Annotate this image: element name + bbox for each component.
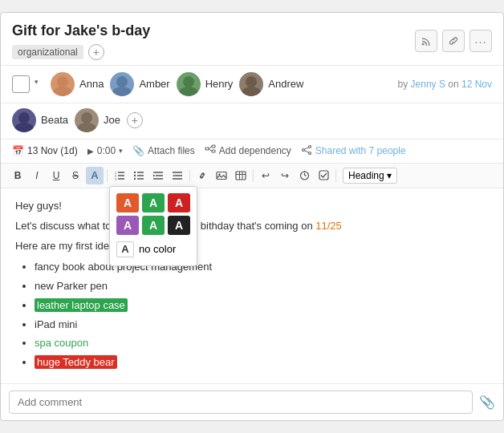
svg-text:3: 3 xyxy=(115,176,117,180)
table-icon xyxy=(235,171,246,180)
shared-button[interactable]: Shared with 7 people xyxy=(301,144,406,158)
add-tag-button[interactable]: + xyxy=(88,44,104,60)
color-grid: A A A A A A xyxy=(116,193,190,235)
redo-button[interactable]: ↪ xyxy=(276,167,294,184)
content-line2: Let's discuss what to get for for his ne… xyxy=(15,218,489,235)
svg-point-29 xyxy=(134,175,136,176)
link-format-icon xyxy=(197,171,208,180)
main-window: Gift for Jake's b-day organizational + xyxy=(0,12,504,421)
link-button[interactable] xyxy=(193,167,211,184)
bold-button[interactable]: B xyxy=(9,167,26,184)
date-picker[interactable]: 📅 13 Nov (1d) xyxy=(12,145,78,156)
avatar-group-amber: Amber xyxy=(110,72,169,96)
image-button[interactable] xyxy=(213,167,230,184)
attach-files-button[interactable]: 📎 Attach files xyxy=(132,145,195,156)
heading-chevron: ▾ xyxy=(387,170,392,181)
svg-point-9 xyxy=(18,112,30,123)
avatar-henry[interactable] xyxy=(177,72,201,96)
svg-point-4 xyxy=(112,87,132,96)
color-green2[interactable]: A xyxy=(142,216,165,235)
separator-2 xyxy=(189,169,190,182)
color-green[interactable]: A xyxy=(142,193,165,212)
color-orange[interactable]: A xyxy=(116,193,139,212)
timer-button[interactable] xyxy=(295,167,313,184)
color-purple[interactable]: A xyxy=(116,216,139,235)
svg-point-0 xyxy=(422,43,425,46)
list-item-4-text: spa coupon xyxy=(35,337,88,349)
dependency-icon xyxy=(205,144,216,158)
by-label: by Jenny S on 12 Nov xyxy=(398,79,492,90)
time-picker[interactable]: ▶ 0:00 ▾ xyxy=(87,145,123,156)
list-item-3-text: iPad mini xyxy=(35,318,77,330)
undo-button[interactable]: ↩ xyxy=(257,167,274,184)
tag-badge[interactable]: organizational xyxy=(12,45,83,59)
avatar-anna-label: Anna xyxy=(79,78,104,90)
unordered-list-button[interactable] xyxy=(130,167,148,184)
content-area[interactable]: Hey guys! Let's discuss what to get for … xyxy=(1,188,503,383)
line2-date: 11/25 xyxy=(315,220,342,232)
svg-rect-14 xyxy=(212,145,215,148)
svg-rect-41 xyxy=(236,172,246,180)
avatar-andrew[interactable] xyxy=(239,72,263,96)
more-options-button[interactable]: ··· xyxy=(469,30,492,52)
add-dependency-button[interactable]: Add dependency xyxy=(205,144,291,158)
avatar-group-henry: Henry xyxy=(177,72,234,96)
table-button[interactable] xyxy=(232,167,250,184)
no-color-option[interactable]: A no color xyxy=(116,240,190,259)
attach-label: Attach files xyxy=(148,145,195,156)
title-left: Gift for Jake's b-day organizational + xyxy=(12,22,150,60)
heading-select[interactable]: Heading ▾ xyxy=(343,168,397,184)
add-person-button[interactable]: + xyxy=(127,112,143,128)
svg-point-12 xyxy=(77,123,96,132)
svg-point-8 xyxy=(242,87,261,96)
svg-rect-15 xyxy=(212,150,215,152)
list-item-5-text: huge Teddy bear xyxy=(35,355,117,369)
list-item-3: iPad mini xyxy=(35,317,489,334)
avatar-beata[interactable] xyxy=(12,108,36,132)
avatar-anna[interactable] xyxy=(51,72,75,96)
link-icon-button[interactable] xyxy=(442,30,465,52)
dependency-label: Add dependency xyxy=(219,145,291,156)
checkbox-format-button[interactable] xyxy=(315,167,332,184)
color-popup: A A A A A A A no color xyxy=(109,186,197,266)
avatar-group-joe: Joe xyxy=(75,108,120,132)
no-color-label: no color xyxy=(139,243,176,255)
color-text-button[interactable]: A xyxy=(86,167,104,184)
ordered-list-button[interactable]: 1 2 3 xyxy=(111,167,128,184)
italic-button[interactable]: I xyxy=(28,167,46,184)
avatar-joe[interactable] xyxy=(75,108,99,132)
page-title: Gift for Jake's b-day xyxy=(12,22,150,39)
underline-button[interactable]: U xyxy=(47,167,65,184)
format-bar: B I U S A 1 2 3 xyxy=(1,164,503,188)
title-right: ··· xyxy=(415,30,492,52)
svg-point-7 xyxy=(246,76,257,87)
list-item-2-text: leather laptop case xyxy=(35,298,128,312)
color-text-icon: A xyxy=(91,169,98,181)
rss-icon-button[interactable] xyxy=(415,30,437,52)
list-item-0: fancy book about project management xyxy=(35,259,489,276)
indent-button[interactable] xyxy=(149,167,167,184)
comment-attach-icon[interactable]: 📎 xyxy=(479,395,495,410)
color-black[interactable]: A xyxy=(168,216,190,235)
outdent-button[interactable] xyxy=(169,167,186,184)
svg-point-1 xyxy=(57,76,68,87)
list-item-1-text: new Parker pen xyxy=(35,280,108,292)
list-item-5: huge Teddy bear xyxy=(35,354,489,371)
paperclip-icon: 📎 xyxy=(132,145,144,156)
checkbox-button[interactable] xyxy=(12,75,30,93)
avatar-amber[interactable] xyxy=(110,72,134,96)
color-red[interactable]: A xyxy=(168,193,190,212)
toolbar-row: 📅 13 Nov (1d) ▶ 0:00 ▾ 📎 Attach files A xyxy=(1,140,503,164)
title-bar: Gift for Jake's b-day organizational + xyxy=(1,13,503,66)
strikethrough-button[interactable]: S xyxy=(67,167,84,184)
time-label: 0:00 xyxy=(97,145,116,156)
comment-input[interactable] xyxy=(9,391,473,414)
by-date: 12 Nov xyxy=(461,79,492,90)
shared-label: Shared with 7 people xyxy=(315,145,406,156)
content-line1: Hey guys! xyxy=(15,198,489,215)
indent-icon xyxy=(152,171,164,180)
avatar-group-beata: Beata xyxy=(12,108,68,132)
ordered-list-icon: 1 2 3 xyxy=(114,171,125,180)
svg-point-10 xyxy=(14,123,34,132)
avatar-row-1: Anna Amber Henry Andrew by Jenny S on 12… xyxy=(1,66,503,103)
